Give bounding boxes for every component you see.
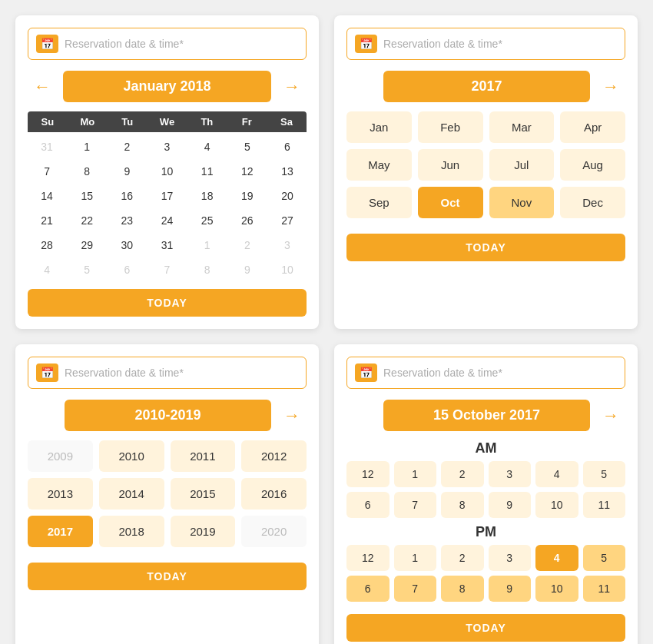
- month-cell[interactable]: Sep: [346, 187, 412, 218]
- today-button[interactable]: TODAY: [346, 234, 625, 261]
- next-arrow[interactable]: →: [277, 74, 307, 100]
- day-cell[interactable]: 17: [148, 184, 186, 207]
- day-cell[interactable]: 13: [268, 160, 307, 183]
- time-cell-pm[interactable]: 1: [394, 545, 437, 571]
- day-cell[interactable]: 8: [68, 160, 106, 183]
- time-cell-pm[interactable]: 3: [489, 545, 532, 571]
- input-row[interactable]: 📅 Reservation date & time*: [346, 28, 625, 60]
- year-cell[interactable]: 2018: [99, 516, 164, 547]
- calendar-title[interactable]: 2010-2019: [65, 400, 271, 431]
- next-arrow[interactable]: →: [596, 74, 625, 100]
- day-cell[interactable]: 4: [188, 135, 227, 158]
- time-cell-pm[interactable]: 10: [535, 576, 578, 602]
- day-cell-other[interactable]: 10: [268, 258, 307, 281]
- year-cell[interactable]: 2012: [241, 440, 307, 472]
- day-cell-other[interactable]: 6: [108, 258, 146, 281]
- day-cell[interactable]: 15: [68, 184, 106, 207]
- day-cell[interactable]: 18: [188, 184, 227, 207]
- time-cell-am[interactable]: 11: [583, 492, 626, 518]
- day-cell[interactable]: 14: [28, 184, 66, 207]
- day-cell-other[interactable]: 3: [268, 234, 307, 257]
- today-button[interactable]: TODAY: [346, 614, 625, 642]
- time-cell-pm[interactable]: 8: [441, 576, 484, 602]
- time-cell-am[interactable]: 12: [346, 461, 389, 487]
- day-cell-other[interactable]: 4: [28, 258, 66, 281]
- day-cell[interactable]: 30: [108, 234, 146, 257]
- time-cell-am[interactable]: 10: [535, 492, 578, 518]
- today-button[interactable]: TODAY: [28, 563, 307, 590]
- day-cell[interactable]: 21: [28, 209, 66, 232]
- day-cell[interactable]: 24: [148, 209, 186, 232]
- month-cell[interactable]: Aug: [560, 149, 625, 181]
- day-cell-other[interactable]: 7: [148, 258, 186, 281]
- time-cell-am[interactable]: 1: [394, 461, 437, 487]
- month-cell[interactable]: Feb: [418, 111, 483, 143]
- year-cell[interactable]: 2013: [28, 478, 93, 510]
- calendar-title[interactable]: January 2018: [63, 71, 271, 102]
- day-cell[interactable]: 31: [148, 234, 186, 257]
- month-cell[interactable]: Jul: [489, 149, 555, 181]
- month-cell[interactable]: May: [346, 149, 412, 181]
- day-cell-other[interactable]: 31: [28, 135, 66, 158]
- time-cell-pm[interactable]: 4: [535, 545, 578, 571]
- day-cell[interactable]: 6: [268, 135, 307, 158]
- time-cell-am[interactable]: 5: [583, 461, 626, 487]
- time-cell-am[interactable]: 2: [441, 461, 484, 487]
- day-cell[interactable]: 19: [228, 184, 267, 207]
- next-arrow[interactable]: →: [277, 403, 307, 429]
- input-row[interactable]: 📅 Reservation date & time*: [346, 357, 625, 389]
- year-cell[interactable]: 2011: [171, 440, 236, 472]
- day-cell[interactable]: 12: [228, 160, 267, 183]
- month-cell[interactable]: Jan: [346, 111, 412, 143]
- prev-arrow[interactable]: ←: [28, 74, 57, 100]
- time-cell-am[interactable]: 7: [394, 492, 437, 518]
- day-cell[interactable]: 26: [228, 209, 267, 232]
- day-cell-other[interactable]: 5: [68, 258, 106, 281]
- day-cell-other[interactable]: 1: [188, 234, 227, 257]
- time-cell-pm[interactable]: 2: [441, 545, 484, 571]
- year-cell[interactable]: 2014: [99, 478, 164, 510]
- year-cell[interactable]: 2016: [241, 478, 307, 510]
- time-cell-pm[interactable]: 9: [489, 576, 532, 602]
- time-cell-am[interactable]: 9: [489, 492, 532, 518]
- year-cell[interactable]: 2017: [28, 516, 93, 547]
- input-row[interactable]: 📅 Reservation date & time*: [28, 357, 307, 389]
- day-cell[interactable]: 9: [108, 160, 146, 183]
- month-cell[interactable]: Jun: [418, 149, 483, 181]
- time-cell-pm[interactable]: 12: [346, 545, 389, 571]
- day-cell[interactable]: 25: [188, 209, 227, 232]
- day-cell[interactable]: 22: [68, 209, 106, 232]
- year-cell[interactable]: 2020: [241, 516, 307, 547]
- time-cell-pm[interactable]: 5: [583, 545, 626, 571]
- time-cell-pm[interactable]: 6: [346, 576, 389, 602]
- month-cell[interactable]: Mar: [489, 111, 555, 143]
- today-button[interactable]: TODAY: [28, 289, 307, 317]
- calendar-title[interactable]: 2017: [383, 71, 590, 102]
- month-cell[interactable]: Apr: [560, 111, 625, 143]
- day-cell[interactable]: 2: [108, 135, 146, 158]
- day-cell[interactable]: 7: [28, 160, 66, 183]
- day-cell[interactable]: 16: [108, 184, 146, 207]
- day-cell[interactable]: 20: [268, 184, 307, 207]
- day-cell[interactable]: 29: [68, 234, 106, 257]
- day-cell[interactable]: 5: [228, 135, 267, 158]
- year-cell[interactable]: 2010: [99, 440, 164, 472]
- month-cell[interactable]: Nov: [489, 187, 555, 218]
- month-cell[interactable]: Oct: [418, 187, 483, 218]
- day-cell[interactable]: 27: [268, 209, 307, 232]
- next-arrow[interactable]: →: [596, 403, 625, 429]
- day-cell-other[interactable]: 2: [228, 234, 267, 257]
- time-cell-pm[interactable]: 7: [394, 576, 437, 602]
- day-cell[interactable]: 3: [148, 135, 186, 158]
- year-cell[interactable]: 2019: [171, 516, 236, 547]
- day-cell[interactable]: 1: [68, 135, 106, 158]
- time-cell-pm[interactable]: 11: [583, 576, 626, 602]
- day-cell-other[interactable]: 9: [228, 258, 267, 281]
- day-cell[interactable]: 11: [188, 160, 227, 183]
- input-row[interactable]: 📅 Reservation date & time*: [28, 28, 307, 60]
- day-cell-other[interactable]: 8: [188, 258, 227, 281]
- year-cell[interactable]: 2015: [171, 478, 236, 510]
- time-cell-am[interactable]: 6: [346, 492, 389, 518]
- month-cell[interactable]: Dec: [560, 187, 625, 218]
- year-cell[interactable]: 2009: [28, 440, 93, 472]
